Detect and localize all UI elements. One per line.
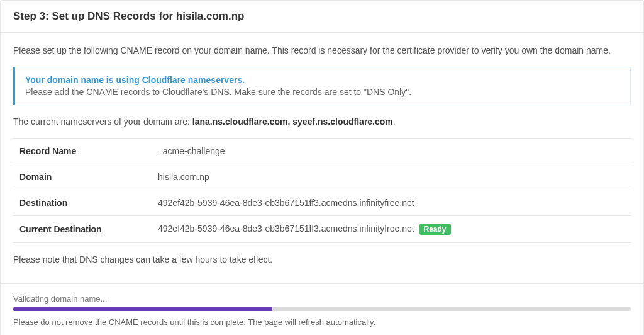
record-name-label: Record Name	[13, 139, 152, 164]
table-row-record-name: Record Name _acme-challenge	[13, 139, 631, 164]
validating-text: Validating domain name...	[13, 294, 631, 304]
destination-label: Destination	[13, 190, 152, 216]
destination-value: 492ef42b-5939-46ea-8de3-eb3b67151ff3.acm…	[152, 190, 631, 216]
nameservers-text: The current nameservers of your domain a…	[13, 116, 631, 127]
panel-header: Step 3: Set up DNS Records for hisila.co…	[1, 1, 643, 33]
dns-setup-panel: Step 3: Set up DNS Records for hisila.co…	[0, 0, 644, 335]
footer-note: Please do not remove the CNAME records u…	[13, 317, 631, 327]
table-row-destination: Destination 492ef42b-5939-46ea-8de3-eb3b…	[13, 190, 631, 216]
alert-title: Your domain name is using Cloudflare nam…	[25, 75, 620, 85]
intro-text: Please set up the following CNAME record…	[13, 45, 631, 55]
table-row-current-destination: Current Destination 492ef42b-5939-46ea-8…	[13, 216, 631, 243]
dns-record-table: Record Name _acme-challenge Domain hisil…	[13, 138, 631, 243]
record-name-value: _acme-challenge	[152, 139, 631, 164]
table-row-domain: Domain hisila.com.np	[13, 164, 631, 190]
ready-badge: Ready	[419, 224, 451, 235]
alert-text: Please add the CNAME records to Cloudfla…	[25, 87, 620, 97]
current-destination-cell: 492ef42b-5939-46ea-8de3-eb3b67151ff3.acm…	[152, 216, 631, 243]
current-destination-label: Current Destination	[13, 216, 152, 243]
nameservers-list: lana.ns.cloudflare.com, syeef.ns.cloudfl…	[192, 116, 393, 127]
cloudflare-alert: Your domain name is using Cloudflare nam…	[13, 67, 631, 105]
panel-body: Please set up the following CNAME record…	[1, 33, 643, 283]
nameservers-prefix: The current nameservers of your domain a…	[13, 116, 192, 127]
dns-note: Please note that DNS changes can take a …	[13, 254, 631, 264]
nameservers-suffix: .	[393, 116, 396, 127]
domain-label: Domain	[13, 164, 152, 190]
progress-bar	[13, 307, 631, 311]
current-destination-value: 492ef42b-5939-46ea-8de3-eb3b67151ff3.acm…	[158, 224, 414, 234]
domain-value: hisila.com.np	[152, 164, 631, 190]
progress-fill	[13, 307, 272, 311]
panel-footer: Validating domain name... Please do not …	[1, 283, 643, 335]
panel-title: Step 3: Set up DNS Records for hisila.co…	[13, 10, 631, 23]
